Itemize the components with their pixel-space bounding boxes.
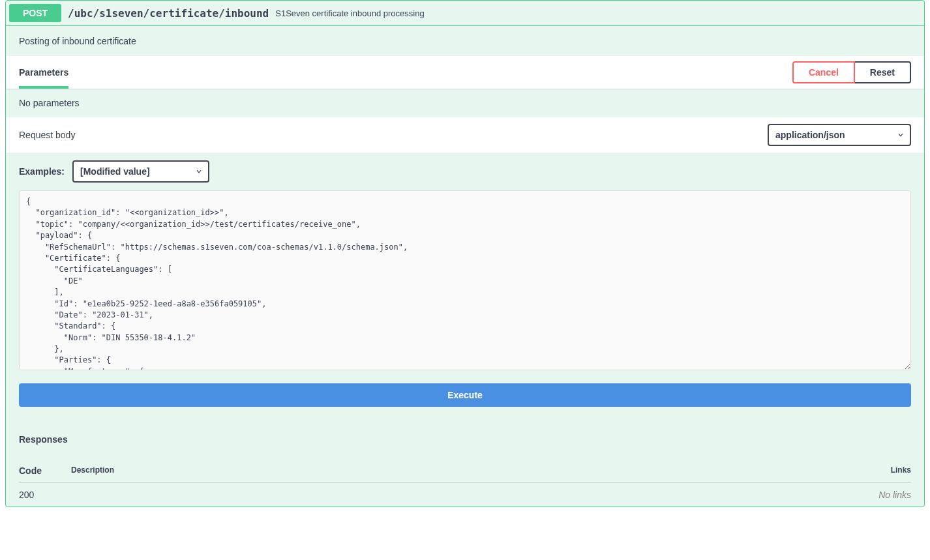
responses-col-links: Links <box>859 465 911 476</box>
parameters-tab[interactable]: Parameters <box>19 62 68 83</box>
responses-col-code: Code <box>19 465 71 476</box>
examples-select-wrap: [Modified value] <box>72 160 209 183</box>
responses-table-head: Code Description Links <box>19 459 911 483</box>
examples-select[interactable]: [Modified value] <box>72 160 209 183</box>
responses-title: Responses <box>19 429 68 450</box>
cancel-button[interactable]: Cancel <box>792 61 855 83</box>
endpoint-summary: S1Seven certificate inbound processing <box>275 8 424 18</box>
content-type-select[interactable]: application/json <box>768 124 911 146</box>
examples-label: Examples: <box>19 166 65 177</box>
response-description <box>71 490 859 500</box>
no-parameters-text: No parameters <box>6 89 924 117</box>
response-links: No links <box>859 490 911 500</box>
http-method-badge: POST <box>9 4 61 22</box>
reset-button[interactable]: Reset <box>855 61 911 83</box>
request-body-textarea[interactable] <box>19 190 911 370</box>
examples-row: Examples: [Modified value] <box>6 153 924 186</box>
content-type-select-wrap: application/json <box>768 124 911 146</box>
response-code: 200 <box>19 490 71 500</box>
operation-description: Posting of inbound certificate <box>6 26 924 56</box>
operation-block: POST /ubc/s1seven/certificate/inbound S1… <box>5 0 925 507</box>
execute-wrap: Execute <box>6 370 924 420</box>
operation-body: Posting of inbound certificate Parameter… <box>6 26 924 507</box>
responses-table: Code Description Links 200 No links <box>6 459 924 507</box>
endpoint-path: /ubc/s1seven/certificate/inbound <box>68 7 269 20</box>
responses-header: Responses <box>6 420 924 459</box>
responses-row: 200 No links <box>19 483 911 500</box>
execute-button[interactable]: Execute <box>19 383 911 407</box>
request-body-header: Request body application/json <box>6 117 924 153</box>
try-out-buttons: Cancel Reset <box>792 61 911 83</box>
responses-col-description: Description <box>71 465 859 476</box>
operation-summary-row[interactable]: POST /ubc/s1seven/certificate/inbound S1… <box>6 1 924 26</box>
parameters-header: Parameters Cancel Reset <box>6 56 924 89</box>
request-body-label: Request body <box>19 130 75 140</box>
